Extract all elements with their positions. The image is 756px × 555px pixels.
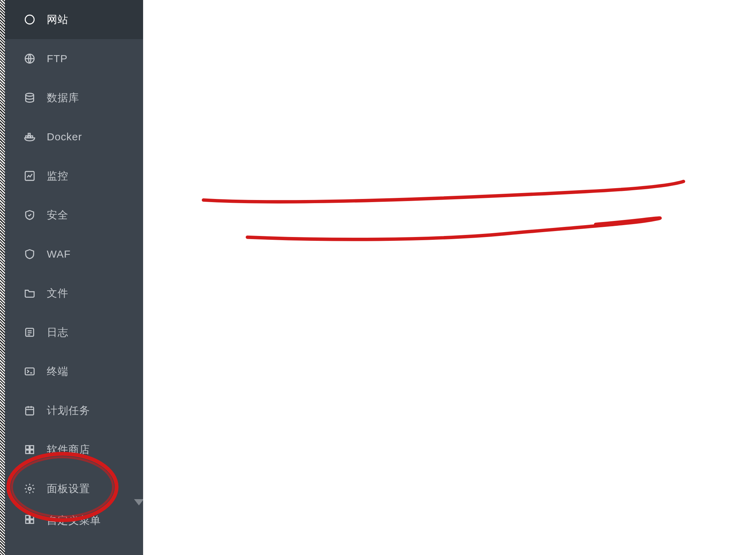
menu-hide-display[interactable]: 无配置 [307,273,522,296]
set-button[interactable]: 设置 [555,273,589,296]
window-edge-stipple [0,0,5,555]
row-menu-hide: 面板菜单栏隐藏 无配置 设置 隐藏左侧菜单栏目 [143,267,756,302]
cloud-node-display[interactable]: 自动选择 [307,380,522,402]
sidebar-item-waf[interactable]: WAF [5,235,143,274]
browse-folder-button[interactable] [505,60,528,82]
apps-icon [24,444,36,456]
database-icon [24,92,36,104]
row-label: 面板SSL [394,538,458,551]
sidebar-item-label: 日志 [47,325,68,340]
set-button[interactable]: 设置 [555,380,589,402]
row-cloud-request-route: 面板云端请求线路 IPv4 设置 面板请求云端时，使用的请求线路, [143,338,756,373]
sidebar-item-docker[interactable]: Docker [5,117,143,156]
alert-toggle[interactable] [307,487,337,503]
alert-method-button[interactable]: 提醒方式 [350,485,403,505]
unbind-button[interactable]: 解绑 [596,238,631,260]
row-description: 面板请求云端时，使用的请求方式, [605,313,755,327]
toggle-knob [468,538,482,552]
sidebar-item-security[interactable]: 安全 [5,195,143,235]
save-button[interactable]: 保存 [561,60,595,82]
row-server-ip: 服务器IP 保存 默认为外网IP,若您在本地虚拟机测试 [143,89,756,124]
server-time-display: 2023-11-18 11:42:10 CST +0800 [307,131,522,153]
svg-rect-11 [26,446,29,449]
waf-icon [24,248,36,260]
row-description: 隐藏左侧菜单栏目 [605,278,683,291]
folder-icon [24,287,36,299]
svg-point-2 [26,93,34,96]
row-label: 面板账号 [185,171,300,185]
row-label: 面板密码 [185,206,300,220]
set-button[interactable]: 设置 [555,345,589,367]
ssl-config-button[interactable]: 面板SSL 配置 [513,534,576,555]
sidebar-item-label: 计划任务 [47,404,90,418]
server-ip-input[interactable] [307,95,499,118]
site-dir-input[interactable]: /www/wwwroot [307,24,499,46]
ssl-toggle[interactable] [467,536,497,553]
row-bt-account: 绑定宝塔账号 设置 解绑 面板大多数功能依赖云端 [143,231,756,267]
sidebar-item-monitor[interactable]: 监控 [5,156,143,195]
row-label: 面板安全告警 [185,488,300,502]
row-server-time: 服务器时间 2023-11-18 11:42:10 CST +0800 同步 同… [143,124,756,160]
sync-button[interactable]: 同步 [555,131,589,153]
save-button[interactable]: 保存 [548,95,583,118]
cloud-route-display[interactable]: IPv4 [307,345,522,367]
bt-account-input[interactable] [307,238,522,260]
sidebar-item-site[interactable]: 网站 [5,0,143,39]
row-description: 创建的站点，默认将保存到该目录下 [611,29,756,42]
row-label: 默认备份目录 [185,64,300,78]
set-button[interactable]: 设置 [555,202,589,224]
redacted-content [313,242,386,256]
sidebar-item-panel-settings[interactable]: 面板设置 [5,469,143,508]
svg-rect-12 [30,446,34,449]
watermark: 了解决性 红色小小螃蟹 [677,537,753,547]
circle-icon [24,14,36,25]
row-default-site-dir: 默认建站目录 /www/wwwroot 保存 创建的站点，默认将保存到该目录下 [143,17,756,53]
sidebar-item-store[interactable]: 软件商店 [5,430,143,469]
sidebar-item-label: 安全 [47,208,68,222]
sidebar-item-files[interactable]: 文件 [5,274,143,313]
sidebar-item-cron[interactable]: 计划任务 [5,391,143,430]
docker-icon [24,131,36,143]
svg-point-15 [28,487,31,490]
redacted-content [313,99,390,114]
sidebar-item-ftp[interactable]: FTP [5,39,143,78]
globe-icon [24,53,36,65]
sidebar-item-terminal[interactable]: 终端 [5,352,143,391]
row-label: 默认建站目录 [185,28,300,42]
set-button[interactable]: 设置 [555,166,589,189]
gear-icon [24,483,36,495]
save-button[interactable]: 保存 [561,24,595,46]
panel-account-input[interactable]: xrqhlwtu [307,166,522,189]
set-button[interactable]: 设置 [555,309,589,331]
row-label: 服务器时间 [185,135,300,149]
sidebar-item-label: FTP [47,53,68,65]
row-description: 面板请求云端时，使用的请求线路, [605,349,755,362]
row-description: 告警内容包含：面板用户变更、面板日志删除、面板开启开发者、面板开启 [424,489,747,502]
sidebar-item-label: 软件商店 [47,443,90,457]
sidebar-item-label: 网站 [47,13,68,27]
sidebar-item-custom-menu[interactable]: 自定义菜单 [5,508,143,533]
chart-icon [24,170,36,182]
sidebar-collapse-caret-icon[interactable] [134,499,144,505]
row-description: 请勿随意调整节点配置，仅获取云 [605,385,752,398]
panel-password-input[interactable]: ******** [307,202,522,224]
row-label: 面板云端请求方式 [185,313,300,327]
row-description: 设置面板账号 [605,171,664,184]
svg-rect-13 [26,450,29,453]
backup-dir-input[interactable]: /www/backup [307,60,499,82]
svg-rect-19 [30,520,34,523]
row-description: 默认为外网IP,若您在本地虚拟机测试 [599,100,756,113]
sidebar-item-logs[interactable]: 日志 [5,313,143,352]
set-button[interactable]: 设置 [555,238,589,260]
cloud-method-display[interactable]: Python [307,309,522,331]
row-default-backup-dir: 默认备份目录 /www/backup 保存 网站和站点默认的备份目录 [143,53,756,89]
browse-folder-button[interactable] [505,24,528,46]
log-icon [24,326,36,338]
sidebar-item-database[interactable]: 数据库 [5,78,143,117]
svg-rect-16 [26,515,29,519]
apps-icon [24,513,36,528]
svg-point-0 [25,15,34,24]
row-description: 同步当前服务器时间 [605,135,693,149]
sidebar-item-label: 数据库 [47,91,79,105]
sidebar-item-label: Docker [47,131,82,143]
